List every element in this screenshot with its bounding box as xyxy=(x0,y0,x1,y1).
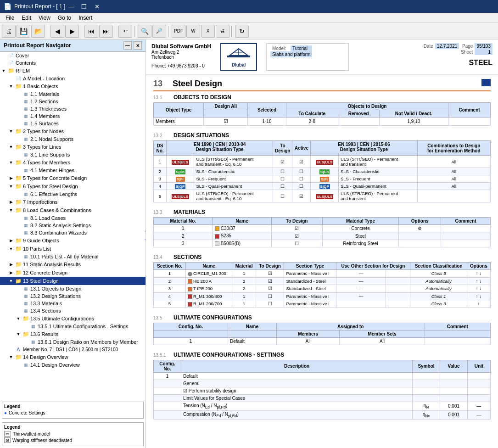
sec-type-5: Parametric - Massive I xyxy=(284,300,336,308)
tree-item-7imperf[interactable]: ▶ 📁 7 Imperfections xyxy=(0,198,145,206)
th-mat-no: Material No. xyxy=(154,218,213,225)
menu-file[interactable]: File xyxy=(2,14,18,22)
tree-item-2-1[interactable]: ▦ 2.1 Nodal Supports xyxy=(0,135,145,143)
ds-todesign-1: ☑ xyxy=(273,156,292,168)
tree-item-3lines[interactable]: ▼ 📁 3 Types for Lines xyxy=(0,143,145,151)
tree-item-2nodes[interactable]: ▼ 📁 2 Types for Nodes xyxy=(0,127,145,135)
tree-item-13-5-1[interactable]: ▦ 13.5.1 Ultimate Configurations - Setti… xyxy=(0,323,145,330)
toolbar-save-btn[interactable]: 💾 xyxy=(17,25,30,38)
tree-item-1-1[interactable]: ▦ 1.1 Materials xyxy=(0,90,145,98)
tree-item-14design[interactable]: ▼ 📁 14 Design Overview xyxy=(0,353,145,361)
nav-close-btn[interactable]: ✕ xyxy=(134,41,142,50)
toolbar-excel-btn[interactable]: X xyxy=(201,25,215,38)
section-13-header: 13 Steel Design xyxy=(146,75,498,89)
minimize-button[interactable]: — xyxy=(65,2,77,11)
tree-item-1-5[interactable]: ▦ 1.5 Surfaces xyxy=(0,120,145,127)
tree-item-cover[interactable]: 📄 Cover xyxy=(0,52,145,59)
maximize-button[interactable]: ❐ xyxy=(78,2,90,11)
toggle-10parts[interactable]: ▼ xyxy=(7,245,15,252)
tree-item-13-2[interactable]: ▦ 13.2 Design Situations xyxy=(0,292,145,300)
tree-item-6steel[interactable]: ▼ 📁 6 Types for Steel Design xyxy=(0,182,145,190)
toolbar-back-btn[interactable]: ↩ xyxy=(118,25,132,38)
tree-item-1-2[interactable]: ▦ 1.2 Sections xyxy=(0,98,145,105)
tree-item-10parts[interactable]: ▼ 📁 10 Parts List xyxy=(0,245,145,253)
menu-view[interactable]: View xyxy=(35,14,54,22)
content-panel[interactable]: Dlubal Software GmbH Am Zellweg 2 Tiefen… xyxy=(146,39,498,448)
toolbar-zoomin-btn[interactable]: 🔍 xyxy=(138,25,151,38)
tree-item-amodel[interactable]: 📄 A Model - Location xyxy=(0,75,145,82)
toggle-12concrete[interactable]: ▶ xyxy=(7,269,15,276)
toolbar-export-btn[interactable]: PDF xyxy=(172,25,185,38)
close-button[interactable]: ✕ xyxy=(91,2,103,11)
tree-item-6-1[interactable]: ▦ 6.1 Effective Lengths xyxy=(0,190,145,198)
toggle-1basic[interactable]: ▼ xyxy=(7,83,15,90)
toolbar-print-btn[interactable]: 🖨 xyxy=(2,25,16,38)
menu-goto[interactable]: Go to xyxy=(54,14,75,22)
toolbar-first-btn[interactable]: ⏮ xyxy=(84,25,98,38)
nav-tree[interactable]: 📄 Cover 📄 Contents ▼ 📁 RFEM 📄 A Model - … xyxy=(0,52,145,400)
toggle-13steel[interactable]: ▼ xyxy=(7,277,15,285)
tree-item-11static[interactable]: ▶ 📁 11 Static Analysis Results xyxy=(0,260,145,269)
toolbar-last-btn[interactable]: ⏭ xyxy=(99,25,113,38)
menu-edit[interactable]: Edit xyxy=(18,14,35,22)
toggle-11static[interactable]: ▶ xyxy=(7,261,15,268)
tree-item-1-4[interactable]: ▦ 1.4 Members xyxy=(0,112,145,120)
tree-item-1-3[interactable]: ▦ 1.3 Thicknesses xyxy=(0,105,145,112)
tree-item-9guide[interactable]: ▶ 📁 9 Guide Objects xyxy=(0,236,145,245)
tree-item-13-3[interactable]: ▦ 13.3 Materials xyxy=(0,300,145,307)
toggle-4members[interactable]: ▼ xyxy=(7,159,15,166)
tree-item-13-6-1[interactable]: ▦ 13.6.1 Design Ratio on Members by Memb… xyxy=(0,338,145,346)
tree-item-4members[interactable]: ▼ 📁 4 Types for Members xyxy=(0,158,145,167)
tree-item-rfem[interactable]: ▼ 📁 RFEM xyxy=(0,67,145,75)
th-cs-val: Value xyxy=(440,360,468,372)
tree-item-13-6[interactable]: ▼ 📁 13.6 Results xyxy=(0,330,145,338)
grid-icon-1-2: ▦ xyxy=(22,98,29,105)
toggle-14design[interactable]: ▼ xyxy=(7,353,15,361)
tree-item-member-label[interactable]: A Member No. 7 | DS1 | CO4 | 2.500 m | S… xyxy=(0,346,145,353)
tree-item-1basic[interactable]: ▼ 📁 1 Basic Objects xyxy=(0,82,145,90)
ult-config-settings-table: Config. No. Description Symbol Value Uni… xyxy=(153,360,491,420)
toggle-5concrete[interactable]: ▶ xyxy=(7,174,15,182)
tree-item-3-1[interactable]: ▦ 3.1 Line Supports xyxy=(0,151,145,158)
toggle-3lines[interactable]: ▼ xyxy=(7,143,15,151)
tree-item-13steel[interactable]: ▼ 📁 13 Steel Design xyxy=(0,277,145,285)
tree-item-8-1[interactable]: ▦ 8.1 Load Cases xyxy=(0,214,145,222)
toolbar-zoomout-btn[interactable]: 🔎 xyxy=(152,25,166,38)
toggle-2nodes[interactable]: ▼ xyxy=(7,128,15,135)
toggle-6steel[interactable]: ▼ xyxy=(7,183,15,190)
menu-insert[interactable]: Insert xyxy=(75,14,96,22)
tree-item-contents[interactable]: 📄 Contents xyxy=(0,59,145,67)
tree-item-4-1[interactable]: ▦ 4.1 Member Hinges xyxy=(0,167,145,174)
tree-item-5concrete[interactable]: ▶ 📁 5 Types for Concrete Design xyxy=(0,174,145,182)
toggle-7imperf[interactable]: ▶ xyxy=(7,198,15,206)
tree-item-14-1[interactable]: ▦ 14.1 Design Overview xyxy=(0,361,145,369)
toolbar-print2-btn[interactable]: 🖨 xyxy=(216,25,229,38)
toggle-13-6[interactable]: ▼ xyxy=(15,330,22,338)
sec-useother-check-5 xyxy=(386,300,410,308)
toolbar-refresh-btn[interactable]: ↻ xyxy=(235,25,249,38)
th-cfg-comment2 xyxy=(425,330,490,337)
company-addr1: Am Zellweg 2 xyxy=(151,50,211,55)
th-cfg-name: Name xyxy=(228,323,277,330)
toolbar-open-btn[interactable]: 📂 xyxy=(31,25,45,38)
sec-options-2: ↑ ↓ xyxy=(467,277,490,285)
toggle-9guide[interactable]: ▶ xyxy=(7,237,15,244)
grid-icon-13-3: ▦ xyxy=(22,300,29,307)
toolbar-prev-btn[interactable]: ◀ xyxy=(50,25,64,38)
tree-item-13-5[interactable]: ▼ 📁 13.5 Ultimate Configurations xyxy=(0,314,145,323)
toggle-rfem[interactable]: ▼ xyxy=(0,67,7,74)
tree-item-8load[interactable]: ▼ 📁 8 Load Cases & Combinations xyxy=(0,206,145,214)
th-cfg-membersets: Member Sets xyxy=(340,330,425,337)
sec-options-1: ↑ ↓ xyxy=(467,270,490,277)
tree-item-8-2[interactable]: ▦ 8.2 Static Analysis Settings xyxy=(0,222,145,229)
tree-item-13-1[interactable]: ▦ 13.1 Objects to Design xyxy=(0,285,145,292)
toolbar-next-btn[interactable]: ▶ xyxy=(65,25,79,38)
tree-item-12concrete[interactable]: ▶ 📁 12 Concrete Design xyxy=(0,269,145,277)
tree-item-8-3[interactable]: ▦ 8.3 Combination Wizards xyxy=(0,229,145,236)
toggle-13-5[interactable]: ▼ xyxy=(15,315,22,322)
tree-item-13-4[interactable]: ▦ 13.4 Sections xyxy=(0,307,145,314)
toggle-8load[interactable]: ▼ xyxy=(7,207,15,214)
tree-item-10-1[interactable]: ▦ 10.1 Parts List - All by Material xyxy=(0,253,145,260)
toolbar-word-btn[interactable]: W xyxy=(186,25,200,38)
nav-minimize-btn[interactable]: — xyxy=(123,41,132,50)
